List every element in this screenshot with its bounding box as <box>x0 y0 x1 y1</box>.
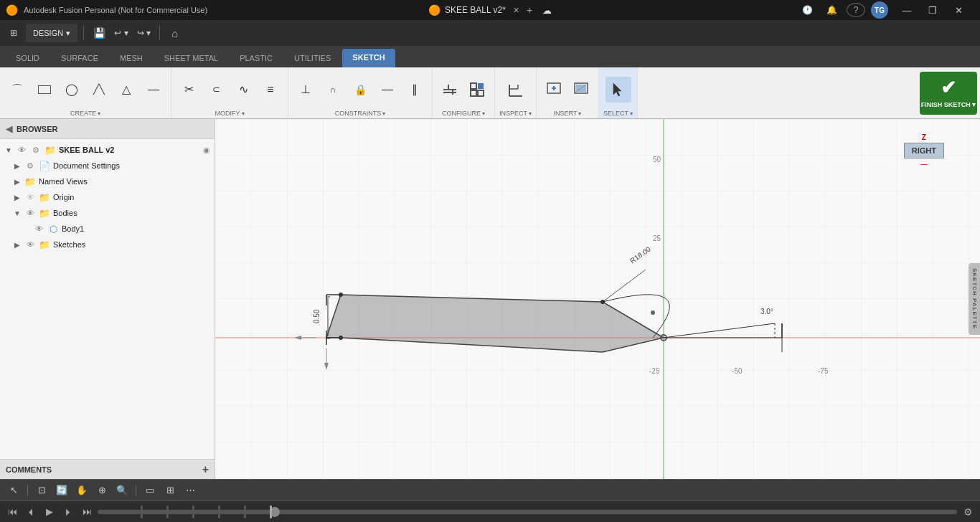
tl-marker-3[interactable] <box>192 506 194 518</box>
maximize-button[interactable]: ❐ <box>920 0 946 20</box>
undo-icon[interactable]: ↩ ▾ <box>111 24 131 42</box>
root-eye[interactable]: 👁 <box>16 146 27 154</box>
cloud-icon[interactable]: ☁ <box>542 5 552 16</box>
zoom-fit-btn[interactable]: ⊕ <box>94 483 110 498</box>
horiz-constraint[interactable]: — <box>374 77 400 103</box>
perp-constraint[interactable]: ⊥ <box>293 77 319 103</box>
timeline-play[interactable]: ▶ <box>42 504 57 520</box>
triangle-tool[interactable]: △ <box>113 77 139 103</box>
sketches-arrow[interactable]: ▶ <box>13 241 22 249</box>
tan-constraint[interactable]: ∩ <box>320 77 346 103</box>
screen-fit-btn[interactable]: ⊡ <box>34 483 50 498</box>
redo-icon[interactable]: ↪ ▾ <box>134 24 154 42</box>
doc-settings-gear[interactable]: ⚙ <box>24 161 36 171</box>
pan-btn[interactable]: ✋ <box>74 483 90 498</box>
finish-sketch-button[interactable]: ✔ FINISH SKETCH ▾ <box>920 72 977 115</box>
close-button[interactable]: ✕ <box>946 0 971 20</box>
grid-display-btn[interactable]: ⊞ <box>162 483 178 498</box>
tree-item-bodies[interactable]: ▼ 👁 📁 Bodies <box>0 205 215 221</box>
configure-label[interactable]: CONFIGURE ▾ <box>442 108 485 117</box>
orbit-btn[interactable]: 🔄 <box>54 483 70 498</box>
tab-utilities[interactable]: UTILITIES <box>284 49 341 67</box>
home-icon[interactable]: ⌂ <box>166 24 184 42</box>
history-icon[interactable]: 🕐 <box>798 1 816 19</box>
modify-label[interactable]: MODIFY ▾ <box>215 108 245 117</box>
tree-item-body1[interactable]: 👁 ⬡ Body1 <box>0 221 215 237</box>
root-arrow[interactable]: ▼ <box>4 146 13 154</box>
trim-tool[interactable]: ✂ <box>176 77 202 103</box>
tl-marker-1[interactable] <box>141 506 143 518</box>
named-views-arrow[interactable]: ▶ <box>13 178 22 186</box>
timeline-track[interactable] <box>98 510 957 514</box>
user-avatar[interactable]: TG <box>871 1 888 19</box>
tl-marker-4[interactable] <box>218 506 220 518</box>
root-settings[interactable]: ⚙ <box>30 146 42 155</box>
parallel-constraint[interactable]: ∥ <box>402 77 428 103</box>
add-comment-icon[interactable]: + <box>202 463 209 476</box>
insert-tool1[interactable] <box>541 77 567 103</box>
circle-tool[interactable]: ◯ <box>59 77 85 103</box>
arc-tool[interactable]: ⌒ <box>4 77 30 103</box>
document-tab[interactable]: 🟠 SKEE BALL v2* ✕ + ☁ <box>428 4 552 16</box>
more-btn[interactable]: ⋯ <box>182 483 198 498</box>
tab-plastic[interactable]: PLASTIC <box>230 49 283 67</box>
tree-item-named-views[interactable]: ▶ 📁 Named Views <box>0 174 215 189</box>
configure-tool2[interactable] <box>464 77 490 103</box>
tl-marker-current[interactable] <box>270 506 272 518</box>
collapse-sidebar-icon[interactable]: ◀ <box>6 124 12 134</box>
window-btn[interactable]: ▭ <box>142 483 158 498</box>
tree-item-doc-settings[interactable]: ▶ ⚙ 📄 Document Settings <box>0 158 215 174</box>
configure-tool1[interactable] <box>437 77 463 103</box>
inspect-tool1[interactable] <box>503 77 529 103</box>
window-controls[interactable]: — ❐ ✕ <box>894 0 971 20</box>
tl-marker-2[interactable] <box>166 506 169 518</box>
sketches-eye[interactable]: 👁 <box>24 240 36 249</box>
add-doc-icon[interactable]: + <box>527 4 532 16</box>
tree-item-sketches[interactable]: ▶ 👁 📁 Sketches <box>0 237 215 252</box>
polyline-tool[interactable]: ╱╲ <box>86 77 112 103</box>
timeline-settings[interactable]: ⚙ <box>960 504 976 520</box>
lock-constraint[interactable]: 🔒 <box>347 77 373 103</box>
save-icon[interactable]: 💾 <box>90 24 108 42</box>
hatch-tool[interactable]: ≡ <box>258 77 283 103</box>
notification-icon[interactable]: 🔔 <box>822 1 841 19</box>
inspect-label[interactable]: INSPECT ▾ <box>499 108 532 117</box>
bodies-arrow[interactable]: ▼ <box>13 209 22 217</box>
view-cube[interactable]: Z RIGHT — <box>923 126 966 169</box>
origin-eye[interactable]: 👁 <box>24 193 36 201</box>
design-button[interactable]: DESIGN ▾ <box>26 24 77 42</box>
tree-item-root[interactable]: ▼ 👁 ⚙ 📁 SKEE BALL v2 ◉ <box>0 142 215 158</box>
offset-tool[interactable]: ⊂ <box>203 77 229 103</box>
zoom-in-btn[interactable]: 🔍 <box>114 483 130 498</box>
tab-sheet-metal[interactable]: SHEET METAL <box>154 49 228 67</box>
rect-tool[interactable] <box>32 77 57 103</box>
grid-icon[interactable]: ⊞ <box>4 24 23 42</box>
timeline-next[interactable]: ⏵ <box>60 504 76 520</box>
tab-solid[interactable]: SOLID <box>6 49 50 67</box>
constraints-label[interactable]: CONSTRAINTS ▾ <box>335 108 386 117</box>
line-tool[interactable]: — <box>141 77 166 103</box>
root-visibility-icon[interactable]: ◉ <box>203 146 210 155</box>
select-tool[interactable] <box>606 77 631 103</box>
timeline-prev[interactable]: ⏴ <box>23 504 39 520</box>
view-cube-container[interactable]: Z RIGHT — <box>904 133 944 168</box>
help-icon[interactable]: ? <box>847 3 865 17</box>
canvas-area[interactable]: 50 25 -25 -50 -75 0.50 R18.00 3.0° <box>215 119 980 479</box>
create-label[interactable]: CREATE ▾ <box>70 108 100 117</box>
tab-mesh[interactable]: MESH <box>110 49 153 67</box>
right-view-label[interactable]: RIGHT <box>904 143 944 158</box>
insert-label[interactable]: INSERT ▾ <box>554 108 582 117</box>
tl-marker-5[interactable] <box>244 506 246 518</box>
tree-item-origin[interactable]: ▶ 👁 📁 Origin <box>0 189 215 205</box>
tab-surface[interactable]: SURFACE <box>51 49 108 67</box>
bodies-eye[interactable]: 👁 <box>24 209 36 217</box>
origin-arrow[interactable]: ▶ <box>13 194 22 201</box>
spline-tool[interactable]: ∿ <box>230 77 256 103</box>
select-label[interactable]: SELECT ▾ <box>603 108 633 117</box>
insert-tool2[interactable] <box>568 77 594 103</box>
cursor-btn[interactable]: ↖ <box>6 483 22 498</box>
sketch-palette-toggle[interactable]: SKETCH PALETTE <box>969 263 980 335</box>
tab-sketch[interactable]: SKETCH <box>342 49 395 67</box>
doc-settings-arrow[interactable]: ▶ <box>13 162 22 170</box>
close-doc-icon[interactable]: ✕ <box>513 6 519 15</box>
